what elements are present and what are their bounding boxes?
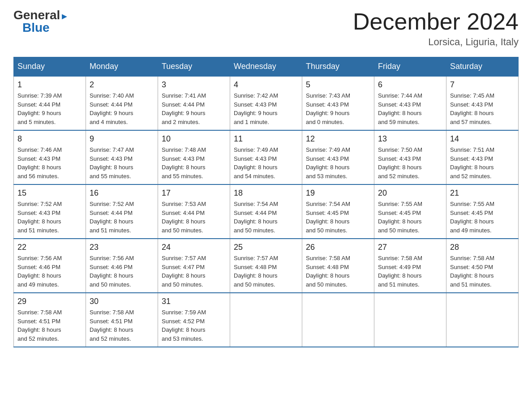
table-row: 24 Sunrise: 7:57 AM Sunset: 4:47 PM Dayl… — [158, 239, 230, 293]
day-number: 29 — [17, 297, 82, 306]
day-number: 9 — [90, 134, 154, 144]
table-row: 8 Sunrise: 7:46 AM Sunset: 4:43 PM Dayli… — [14, 130, 86, 184]
logo: General► Blue — [13, 9, 69, 34]
day-info: Sunrise: 7:42 AM Sunset: 4:43 PM Dayligh… — [234, 91, 298, 126]
header-row: Sunday Monday Tuesday Wednesday Thursday… — [14, 57, 519, 77]
day-number: 24 — [162, 243, 226, 252]
table-row: 10 Sunrise: 7:48 AM Sunset: 4:43 PM Dayl… — [158, 130, 230, 184]
day-number: 8 — [17, 134, 82, 144]
day-number: 17 — [162, 188, 226, 198]
day-number: 20 — [378, 188, 442, 198]
table-row: 18 Sunrise: 7:54 AM Sunset: 4:44 PM Dayl… — [230, 184, 302, 239]
day-info: Sunrise: 7:40 AM Sunset: 4:44 PM Dayligh… — [90, 91, 154, 126]
day-number: 28 — [450, 243, 515, 252]
day-number: 10 — [162, 134, 226, 144]
table-row: 12 Sunrise: 7:49 AM Sunset: 4:43 PM Dayl… — [302, 130, 374, 184]
table-row: 19 Sunrise: 7:54 AM Sunset: 4:45 PM Dayl… — [302, 184, 374, 239]
day-info: Sunrise: 7:59 AM Sunset: 4:52 PM Dayligh… — [162, 308, 226, 343]
day-number: 19 — [306, 188, 370, 198]
logo-general-text: General► — [13, 9, 69, 21]
day-info: Sunrise: 7:51 AM Sunset: 4:43 PM Dayligh… — [450, 146, 515, 180]
day-number: 25 — [234, 243, 298, 252]
table-row — [374, 293, 446, 347]
day-number: 4 — [234, 80, 298, 90]
day-number: 16 — [90, 188, 154, 198]
table-row: 25 Sunrise: 7:57 AM Sunset: 4:48 PM Dayl… — [230, 239, 302, 293]
day-info: Sunrise: 7:45 AM Sunset: 4:43 PM Dayligh… — [450, 91, 515, 126]
day-number: 23 — [90, 243, 154, 252]
day-info: Sunrise: 7:58 AM Sunset: 4:50 PM Dayligh… — [450, 254, 515, 289]
table-row: 14 Sunrise: 7:51 AM Sunset: 4:43 PM Dayl… — [446, 130, 519, 184]
day-info: Sunrise: 7:56 AM Sunset: 4:46 PM Dayligh… — [17, 254, 82, 289]
col-tuesday: Tuesday — [158, 57, 230, 77]
table-row: 4 Sunrise: 7:42 AM Sunset: 4:43 PM Dayli… — [230, 76, 302, 130]
day-number: 31 — [162, 297, 226, 306]
col-thursday: Thursday — [302, 57, 374, 77]
day-info: Sunrise: 7:43 AM Sunset: 4:43 PM Dayligh… — [306, 91, 370, 126]
day-info: Sunrise: 7:54 AM Sunset: 4:45 PM Dayligh… — [306, 200, 370, 235]
page-title: December 2024 — [353, 9, 519, 34]
calendar-table: Sunday Monday Tuesday Wednesday Thursday… — [13, 57, 519, 347]
day-number: 13 — [378, 134, 442, 144]
day-number: 11 — [234, 134, 298, 144]
day-info: Sunrise: 7:47 AM Sunset: 4:43 PM Dayligh… — [90, 146, 154, 180]
table-row: 2 Sunrise: 7:40 AM Sunset: 4:44 PM Dayli… — [86, 76, 158, 130]
title-block: December 2024 Lorsica, Liguria, Italy — [353, 9, 519, 48]
day-number: 5 — [306, 80, 370, 90]
day-info: Sunrise: 7:41 AM Sunset: 4:44 PM Dayligh… — [162, 91, 226, 126]
table-row: 23 Sunrise: 7:56 AM Sunset: 4:46 PM Dayl… — [86, 239, 158, 293]
day-info: Sunrise: 7:44 AM Sunset: 4:43 PM Dayligh… — [378, 91, 442, 126]
calendar-body: 1 Sunrise: 7:39 AM Sunset: 4:44 PM Dayli… — [14, 76, 519, 347]
calendar-week-4: 22 Sunrise: 7:56 AM Sunset: 4:46 PM Dayl… — [14, 239, 519, 293]
day-info: Sunrise: 7:52 AM Sunset: 4:43 PM Dayligh… — [17, 200, 82, 235]
calendar-header: Sunday Monday Tuesday Wednesday Thursday… — [14, 57, 519, 77]
day-info: Sunrise: 7:48 AM Sunset: 4:43 PM Dayligh… — [162, 146, 226, 180]
table-row: 30 Sunrise: 7:58 AM Sunset: 4:51 PM Dayl… — [86, 293, 158, 347]
col-saturday: Saturday — [446, 57, 519, 77]
day-info: Sunrise: 7:58 AM Sunset: 4:51 PM Dayligh… — [17, 308, 82, 343]
table-row — [230, 293, 302, 347]
table-row — [302, 293, 374, 347]
day-info: Sunrise: 7:53 AM Sunset: 4:44 PM Dayligh… — [162, 200, 226, 235]
day-number: 26 — [306, 243, 370, 252]
table-row: 16 Sunrise: 7:52 AM Sunset: 4:44 PM Dayl… — [86, 184, 158, 239]
day-number: 27 — [378, 243, 442, 252]
table-row: 6 Sunrise: 7:44 AM Sunset: 4:43 PM Dayli… — [374, 76, 446, 130]
table-row: 9 Sunrise: 7:47 AM Sunset: 4:43 PM Dayli… — [86, 130, 158, 184]
day-info: Sunrise: 7:54 AM Sunset: 4:44 PM Dayligh… — [234, 200, 298, 235]
day-info: Sunrise: 7:49 AM Sunset: 4:43 PM Dayligh… — [306, 146, 370, 180]
table-row: 26 Sunrise: 7:58 AM Sunset: 4:48 PM Dayl… — [302, 239, 374, 293]
day-info: Sunrise: 7:55 AM Sunset: 4:45 PM Dayligh… — [450, 200, 515, 235]
day-number: 30 — [90, 297, 154, 306]
day-number: 21 — [450, 188, 515, 198]
day-number: 7 — [450, 80, 515, 90]
table-row: 5 Sunrise: 7:43 AM Sunset: 4:43 PM Dayli… — [302, 76, 374, 130]
day-info: Sunrise: 7:58 AM Sunset: 4:49 PM Dayligh… — [378, 254, 442, 289]
day-number: 12 — [306, 134, 370, 144]
table-row: 11 Sunrise: 7:49 AM Sunset: 4:43 PM Dayl… — [230, 130, 302, 184]
table-row: 15 Sunrise: 7:52 AM Sunset: 4:43 PM Dayl… — [14, 184, 86, 239]
table-row: 7 Sunrise: 7:45 AM Sunset: 4:43 PM Dayli… — [446, 76, 519, 130]
page-header: General► Blue December 2024 Lorsica, Lig… — [13, 9, 519, 48]
day-number: 2 — [90, 80, 154, 90]
day-number: 3 — [162, 80, 226, 90]
table-row — [446, 293, 519, 347]
table-row: 28 Sunrise: 7:58 AM Sunset: 4:50 PM Dayl… — [446, 239, 519, 293]
table-row: 17 Sunrise: 7:53 AM Sunset: 4:44 PM Dayl… — [158, 184, 230, 239]
table-row: 13 Sunrise: 7:50 AM Sunset: 4:43 PM Dayl… — [374, 130, 446, 184]
table-row: 3 Sunrise: 7:41 AM Sunset: 4:44 PM Dayli… — [158, 76, 230, 130]
day-info: Sunrise: 7:39 AM Sunset: 4:44 PM Dayligh… — [17, 91, 82, 126]
day-info: Sunrise: 7:58 AM Sunset: 4:51 PM Dayligh… — [90, 308, 154, 343]
day-info: Sunrise: 7:50 AM Sunset: 4:43 PM Dayligh… — [378, 146, 442, 180]
table-row: 21 Sunrise: 7:55 AM Sunset: 4:45 PM Dayl… — [446, 184, 519, 239]
day-info: Sunrise: 7:58 AM Sunset: 4:48 PM Dayligh… — [306, 254, 370, 289]
table-row: 29 Sunrise: 7:58 AM Sunset: 4:51 PM Dayl… — [14, 293, 86, 347]
day-info: Sunrise: 7:55 AM Sunset: 4:45 PM Dayligh… — [378, 200, 442, 235]
subtitle: Lorsica, Liguria, Italy — [353, 36, 519, 48]
day-info: Sunrise: 7:56 AM Sunset: 4:46 PM Dayligh… — [90, 254, 154, 289]
col-sunday: Sunday — [14, 57, 86, 77]
day-number: 14 — [450, 134, 515, 144]
calendar-week-2: 8 Sunrise: 7:46 AM Sunset: 4:43 PM Dayli… — [14, 130, 519, 184]
table-row: 1 Sunrise: 7:39 AM Sunset: 4:44 PM Dayli… — [14, 76, 86, 130]
day-info: Sunrise: 7:57 AM Sunset: 4:47 PM Dayligh… — [162, 254, 226, 289]
